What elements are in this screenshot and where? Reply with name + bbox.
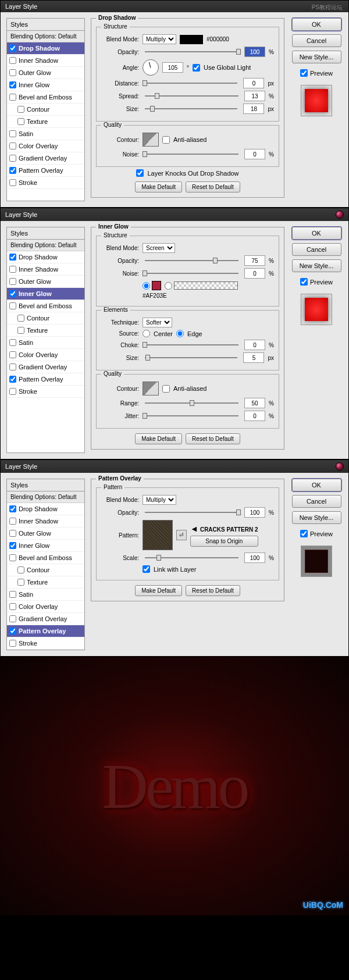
style-checkbox[interactable] xyxy=(9,266,16,273)
style-item-contour[interactable]: Contour xyxy=(7,104,84,116)
cancel-button[interactable]: Cancel xyxy=(292,34,341,47)
link-with-layer-checkbox[interactable] xyxy=(143,565,150,573)
make-default-button[interactable]: Make Default xyxy=(135,433,182,444)
style-checkbox[interactable] xyxy=(9,57,16,64)
style-item-satin[interactable]: Satin xyxy=(7,589,84,601)
range-slider[interactable] xyxy=(145,402,238,404)
preview-checkbox[interactable] xyxy=(300,530,308,537)
style-checkbox[interactable] xyxy=(9,167,16,174)
styles-header[interactable]: Styles xyxy=(7,227,84,240)
preview-checkbox[interactable] xyxy=(300,69,308,77)
gradient-picker[interactable] xyxy=(174,281,238,290)
ok-button[interactable]: OK xyxy=(292,227,341,240)
style-checkbox[interactable] xyxy=(9,518,16,525)
style-item-inner-glow[interactable]: Inner Glow xyxy=(7,288,84,300)
make-default-button[interactable]: Make Default xyxy=(135,181,182,193)
style-item-stroke[interactable]: Stroke xyxy=(7,637,84,650)
style-checkbox[interactable] xyxy=(9,81,16,88)
style-checkbox[interactable] xyxy=(17,106,24,113)
opacity-input[interactable] xyxy=(244,47,265,57)
style-checkbox[interactable] xyxy=(9,364,16,370)
noise-input[interactable] xyxy=(244,149,265,159)
style-checkbox[interactable] xyxy=(17,327,24,334)
anti-aliased-checkbox[interactable] xyxy=(162,385,170,393)
style-checkbox[interactable] xyxy=(9,254,16,261)
angle-input[interactable] xyxy=(162,62,183,73)
style-item-drop-shadow[interactable]: Drop Shadow xyxy=(7,42,84,55)
style-item-inner-glow[interactable]: Inner Glow xyxy=(7,540,84,552)
style-item-stroke[interactable]: Stroke xyxy=(7,386,84,398)
style-checkbox[interactable] xyxy=(9,505,16,512)
style-item-bevel-and-emboss[interactable]: Bevel and Emboss xyxy=(7,552,84,564)
noise-slider[interactable] xyxy=(145,273,238,274)
styles-header[interactable]: Styles xyxy=(7,479,84,491)
scale-slider[interactable] xyxy=(145,557,238,558)
style-checkbox[interactable] xyxy=(9,302,16,309)
style-item-satin[interactable]: Satin xyxy=(7,337,84,349)
style-item-inner-shadow[interactable]: Inner Shadow xyxy=(7,515,84,528)
choke-input[interactable] xyxy=(244,340,265,350)
style-item-color-overlay[interactable]: Color Overlay xyxy=(7,601,84,613)
blend-mode-select[interactable]: Multiply xyxy=(143,495,176,505)
new-preset-button[interactable]: ⏎ xyxy=(176,530,187,540)
preview-checkbox[interactable] xyxy=(300,278,308,286)
style-item-pattern-overlay[interactable]: Pattern Overlay xyxy=(7,373,84,386)
style-checkbox[interactable] xyxy=(9,640,16,647)
style-item-outer-glow[interactable]: Outer Glow xyxy=(7,276,84,288)
style-item-gradient-overlay[interactable]: Gradient Overlay xyxy=(7,361,84,373)
gradient-radio[interactable] xyxy=(165,282,172,290)
style-item-texture[interactable]: Texture xyxy=(7,116,84,128)
reset-default-button[interactable]: Reset to Default xyxy=(186,585,240,596)
style-checkbox[interactable] xyxy=(9,290,16,297)
style-item-outer-glow[interactable]: Outer Glow xyxy=(7,67,84,79)
size-slider[interactable] xyxy=(145,108,237,109)
style-item-contour[interactable]: Contour xyxy=(7,564,84,576)
style-item-gradient-overlay[interactable]: Gradient Overlay xyxy=(7,152,84,165)
style-checkbox[interactable] xyxy=(9,628,16,635)
reset-default-button[interactable]: Reset to Default xyxy=(186,433,240,444)
reset-default-button[interactable]: Reset to Default xyxy=(186,181,240,193)
blending-options-row[interactable]: Blending Options: Default xyxy=(7,491,84,503)
size-slider[interactable] xyxy=(145,357,237,358)
opacity-slider[interactable] xyxy=(145,512,238,513)
source-edge-radio[interactable] xyxy=(176,330,184,337)
color-swatch[interactable] xyxy=(180,35,203,44)
style-checkbox[interactable] xyxy=(17,315,24,322)
make-default-button[interactable]: Make Default xyxy=(135,585,182,596)
style-checkbox[interactable] xyxy=(9,615,16,622)
style-checkbox[interactable] xyxy=(9,591,16,598)
style-item-pattern-overlay[interactable]: Pattern Overlay xyxy=(7,625,84,637)
pattern-picker[interactable] xyxy=(143,520,173,550)
style-item-color-overlay[interactable]: Color Overlay xyxy=(7,349,84,361)
styles-header[interactable]: Styles xyxy=(7,19,84,31)
style-checkbox[interactable] xyxy=(9,94,16,101)
ok-button[interactable]: OK xyxy=(292,479,341,491)
style-item-inner-glow[interactable]: Inner Glow xyxy=(7,79,84,91)
new-style-button[interactable]: New Style... xyxy=(292,51,341,63)
blend-mode-select[interactable]: Screen xyxy=(143,243,175,253)
style-checkbox[interactable] xyxy=(9,179,16,186)
distance-input[interactable] xyxy=(243,78,264,88)
style-checkbox[interactable] xyxy=(9,603,16,610)
blending-options-row[interactable]: Blending Options: Default xyxy=(7,240,84,251)
style-item-inner-shadow[interactable]: Inner Shadow xyxy=(7,55,84,67)
style-item-gradient-overlay[interactable]: Gradient Overlay xyxy=(7,613,84,625)
opacity-slider[interactable] xyxy=(145,260,238,261)
style-item-color-overlay[interactable]: Color Overlay xyxy=(7,140,84,152)
opacity-input[interactable] xyxy=(244,255,265,266)
anti-aliased-checkbox[interactable] xyxy=(162,136,170,144)
style-item-bevel-and-emboss[interactable]: Bevel and Emboss xyxy=(7,300,84,312)
style-item-texture[interactable]: Texture xyxy=(7,325,84,337)
knockout-checkbox[interactable] xyxy=(136,169,144,177)
style-checkbox[interactable] xyxy=(9,530,16,537)
style-checkbox[interactable] xyxy=(9,130,16,137)
opacity-slider[interactable] xyxy=(145,51,238,52)
contour-picker[interactable] xyxy=(143,133,159,147)
blend-mode-select[interactable]: Multiply xyxy=(143,34,176,44)
contour-picker[interactable] xyxy=(143,382,159,395)
style-item-satin[interactable]: Satin xyxy=(7,128,84,140)
source-center-radio[interactable] xyxy=(143,330,150,337)
color-radio[interactable] xyxy=(143,282,150,290)
new-style-button[interactable]: New Style... xyxy=(292,259,341,272)
angle-dial[interactable] xyxy=(143,59,159,76)
